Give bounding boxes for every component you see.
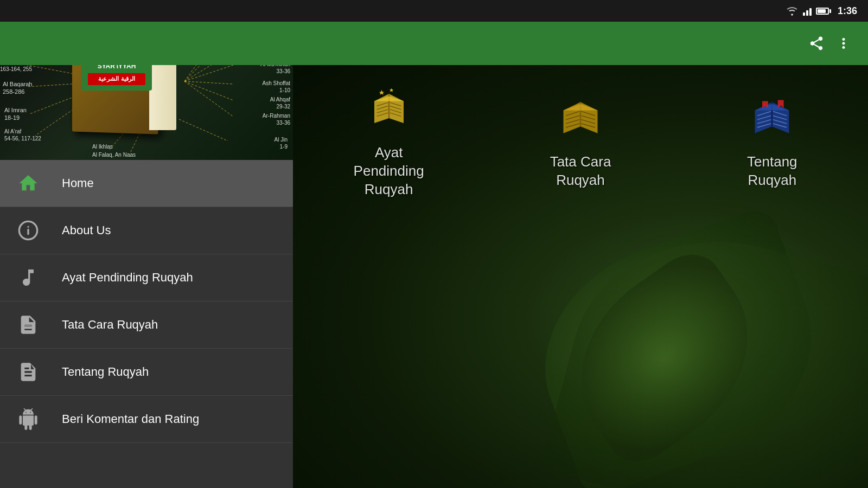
card-icon-tentang [745,91,799,145]
status-time: 1:36 [838,5,857,17]
info-icon [16,219,40,242]
android-icon [16,407,40,431]
music-icon [16,266,40,290]
card-ayat-pendinding[interactable]: Ayat Pendinding Ruqyah [309,81,468,198]
surah-al-falaq: Al Falaq, An Naas [92,151,136,158]
surah-ar-rahman: Ar-Rahman33-36 [263,112,290,126]
card-label-tata-cara: Tata Cara Ruqyah [550,153,611,190]
battery-icon [816,8,831,15]
action-bar [0,22,868,65]
card-tentang-ruqyah[interactable]: Tentang Ruqyah [693,91,852,190]
nav-item-home[interactable]: Home [0,160,293,207]
status-icons: 1:36 [786,5,857,17]
signal-icon [803,6,812,16]
card-icon-ayat [362,81,416,136]
card-label-tentang: Tentang Ruqyah [747,153,797,190]
document-icon [16,313,40,337]
surah-al-araf: Al A'raf54-56, 117-122 [4,128,41,142]
content-cards: Ayat Pendinding Ruqyah Tata Cara Ruqyah [309,81,852,198]
surah-ash-shoffat: Ash Shoffat1-10 [262,80,290,94]
surah-al-imran: Al Imran18-19 [4,106,27,122]
surah-al-ikhlas: Al Ikhlas [92,143,113,150]
card-icon-tata-cara [553,91,608,145]
nav-label-rating: Beri Komentar dan Rating [62,412,199,426]
sidebar: Al Fatihah Al Baqarah1-5, 102 Al Baqarah… [0,0,293,488]
main-content: Ayat Pendinding Ruqyah Tata Cara Ruqyah [293,65,868,488]
nav-label-about: About Us [62,223,111,237]
nav-label-ayat: Ayat Pendinding Ruqyah [62,271,193,285]
home-icon [16,171,40,195]
nav-item-ayat[interactable]: Ayat Pendinding Ruqyah [0,254,293,301]
share-icon[interactable] [808,35,825,52]
nav-item-tata-cara[interactable]: Tata Cara Ruqyah [0,301,293,349]
status-bar: 1:36 [0,0,868,22]
card-label-ayat: Ayat Pendinding Ruqyah [354,144,424,198]
document2-icon [16,360,40,384]
nav-item-rating[interactable]: Beri Komentar dan Rating [0,396,293,443]
surah-al-ahqaf: Al Ahqaf29-32 [270,96,290,110]
nav-label-home: Home [62,176,94,190]
nav-item-tentang[interactable]: Tentang Ruqyah [0,349,293,396]
more-icon[interactable] [835,35,852,52]
surah-al-jin: Al Jin1-9 [275,136,288,150]
surah-al-baqarah-258: Al Baqarah258-286 [3,80,32,96]
nav-label-tata-cara: Tata Cara Ruqyah [62,318,158,332]
wifi-icon [786,6,799,16]
nav-items: Home About Us Ayat Pendinding Ruqyah [0,160,293,488]
nav-label-tentang: Tentang Ruqyah [62,365,149,379]
nav-item-about[interactable]: About Us [0,207,293,254]
card-tata-cara[interactable]: Tata Cara Ruqyah [501,91,660,190]
